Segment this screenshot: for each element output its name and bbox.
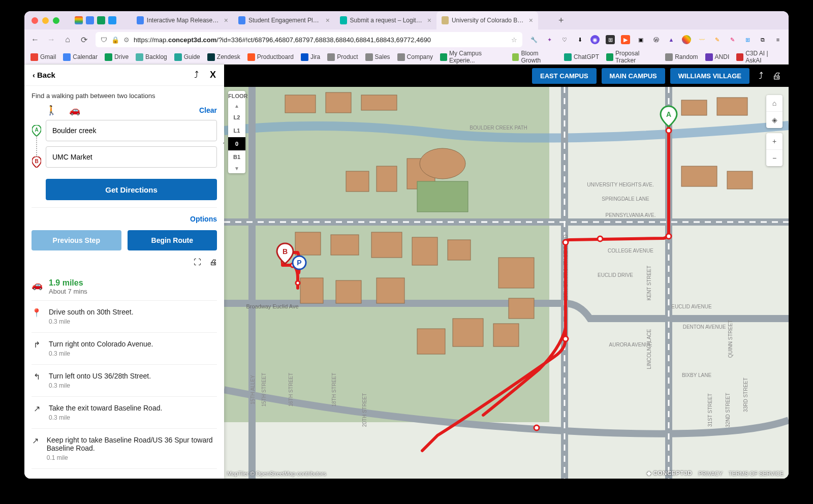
print-icon[interactable]: 🖨: [209, 258, 217, 266]
from-input[interactable]: [46, 120, 217, 141]
floor-button[interactable]: B1: [228, 150, 245, 164]
bookmark[interactable]: Sales: [365, 53, 390, 61]
bookmark[interactable]: Bloom Growth: [512, 50, 557, 64]
bookmark[interactable]: My Campus Experie...: [440, 50, 505, 64]
bookmark[interactable]: ChatGPT: [564, 53, 599, 61]
brand-logo[interactable]: ◆ CONCEPT3D: [647, 470, 693, 477]
zoom-in-icon[interactable]: +: [766, 133, 783, 150]
bookmark[interactable]: Jira: [301, 53, 320, 61]
direction-step[interactable]: 📍Drive south on 30th Street.0.3 mile: [32, 301, 217, 333]
direction-step[interactable]: ↗Keep right to take Baseline Road/US 36 …: [32, 429, 217, 469]
clear-button[interactable]: Clear: [199, 106, 217, 114]
layers-icon[interactable]: ◈: [766, 112, 783, 128]
bookmark-icon: [705, 53, 713, 61]
browser-tab[interactable]: Submit a request – Logitech Su×: [335, 11, 436, 29]
terms-link[interactable]: TERMS OF SERVICE: [729, 470, 784, 477]
previous-step-button[interactable]: Previous Step: [32, 230, 121, 250]
swap-icon[interactable]: ⇅: [223, 140, 224, 150]
direction-step[interactable]: ↰Turn left onto US 36/28th Street.0.3 mi…: [32, 365, 217, 397]
bookmark[interactable]: Proposal Tracker: [606, 50, 658, 64]
svg-point-31: [598, 236, 603, 241]
share-icon[interactable]: ⤴: [194, 70, 199, 80]
bookmark[interactable]: Productboard: [247, 53, 294, 61]
print-map-icon[interactable]: 🖨: [772, 71, 781, 81]
ext-icon[interactable]: ⊞: [743, 35, 752, 44]
ext-icon[interactable]: 🔧: [529, 35, 539, 44]
ext-icon[interactable]: ♡: [560, 35, 569, 44]
floor-down-icon[interactable]: ▼: [228, 164, 245, 173]
bookmark[interactable]: Gmail: [30, 53, 56, 61]
ext-icon[interactable]: ▲: [667, 35, 676, 44]
bookmark[interactable]: Calendar: [63, 53, 98, 61]
floor-button[interactable]: L2: [228, 111, 245, 124]
close-icon[interactable]: X: [210, 70, 216, 80]
home-icon[interactable]: ⌂: [63, 35, 72, 44]
new-tab-button[interactable]: +: [553, 15, 569, 26]
back-button[interactable]: ‹ Back: [33, 71, 55, 79]
walk-mode-icon[interactable]: 🚶: [46, 105, 57, 116]
menu-icon[interactable]: ≡: [773, 35, 783, 44]
share-map-icon[interactable]: ⤴: [759, 71, 763, 81]
zoom-out-icon[interactable]: −: [766, 150, 783, 166]
bookmark[interactable]: ANDI: [705, 53, 730, 61]
to-input[interactable]: [46, 146, 217, 168]
direction-step[interactable]: ↱Turn right onto Colorado Avenue.0.3 mil…: [32, 333, 217, 365]
browser-tab[interactable]: Interactive Map Release Notes×: [132, 11, 233, 29]
fullscreen-icon[interactable]: ⛶: [194, 258, 201, 266]
direction-step[interactable]: ↗Take the exit toward Baseline Road.0.3 …: [32, 397, 217, 429]
campus-button-east[interactable]: EAST CAMPUS: [532, 68, 597, 84]
ext-icon[interactable]: ◉: [590, 35, 600, 44]
bookmark[interactable]: C3D AI | AskAI: [736, 50, 783, 64]
floor-button[interactable]: 0: [228, 137, 245, 150]
ext-icon[interactable]: 〰: [697, 35, 706, 44]
url-field[interactable]: 🛡 🔒 ⚙ https://map.concept3d.com/?id=336#…: [96, 32, 522, 47]
ext-icon[interactable]: ✦: [545, 35, 554, 44]
reload-icon[interactable]: ⟳: [79, 35, 88, 44]
bookmark[interactable]: Zendesk: [207, 53, 240, 61]
begin-route-button[interactable]: Begin Route: [128, 230, 217, 250]
ext-icon[interactable]: ⬇: [575, 35, 584, 44]
star-icon[interactable]: ☆: [511, 36, 517, 44]
tab-close-icon[interactable]: ×: [427, 16, 431, 24]
forward-icon[interactable]: →: [47, 35, 56, 44]
tab-close-icon[interactable]: ×: [326, 16, 330, 24]
drive-mode-icon[interactable]: 🚗: [69, 105, 80, 116]
campus-button-williams[interactable]: WILLIAMS VILLAGE: [670, 68, 749, 84]
minimize-window-icon[interactable]: [42, 17, 49, 24]
prompt-text: Find a walking path between two location…: [32, 92, 217, 100]
step-icon: ↗: [32, 436, 40, 461]
tab-close-icon[interactable]: ×: [224, 16, 228, 24]
options-link[interactable]: Options: [32, 207, 217, 230]
map-canvas[interactable]: BOULDER CREEK PATH UNIVERSITY HEIGHTS AV…: [224, 65, 789, 479]
map-attribution: MapTiler © OpenStreetMap contributors: [227, 470, 326, 477]
browser-tab[interactable]: Student Engagement Planning×: [233, 11, 335, 29]
ext-icon[interactable]: ▶: [621, 35, 630, 44]
bookmark[interactable]: Drive: [105, 53, 129, 61]
home-map-icon[interactable]: ⌂: [766, 95, 783, 112]
ext-icon[interactable]: ⊞: [606, 35, 615, 44]
campus-button-main[interactable]: MAIN CAMPUS: [602, 68, 665, 84]
get-directions-button[interactable]: Get Directions: [46, 179, 217, 200]
bookmark[interactable]: Random: [665, 53, 698, 61]
tab-close-icon[interactable]: ×: [529, 16, 533, 24]
svg-rect-12: [371, 232, 402, 258]
ext-icon[interactable]: ▣: [636, 35, 645, 44]
ext-icon[interactable]: Ⓦ: [651, 35, 661, 44]
ext-icon[interactable]: ✎: [728, 35, 737, 44]
bookmark[interactable]: Backlog: [136, 53, 167, 61]
back-icon[interactable]: ←: [30, 35, 40, 44]
ext-icon[interactable]: ✎: [712, 35, 722, 44]
map-viewport[interactable]: EAST CAMPUS MAIN CAMPUS WILLIAMS VILLAGE…: [224, 65, 789, 479]
ext-icon[interactable]: ⧉: [758, 35, 767, 44]
close-window-icon[interactable]: [32, 17, 38, 24]
floor-button[interactable]: L1: [228, 124, 245, 137]
ext-icon[interactable]: [682, 35, 691, 44]
bookmark[interactable]: Product: [327, 53, 358, 61]
privacy-link[interactable]: PRIVACY: [699, 470, 723, 477]
maximize-window-icon[interactable]: [53, 17, 59, 24]
bookmark[interactable]: Guide: [174, 53, 200, 61]
pin-parking[interactable]: P: [293, 256, 306, 269]
browser-tab[interactable]: University of Colorado Boulder×: [436, 11, 538, 29]
bookmark[interactable]: Company: [397, 53, 433, 61]
floor-up-icon[interactable]: ▲: [228, 101, 245, 111]
